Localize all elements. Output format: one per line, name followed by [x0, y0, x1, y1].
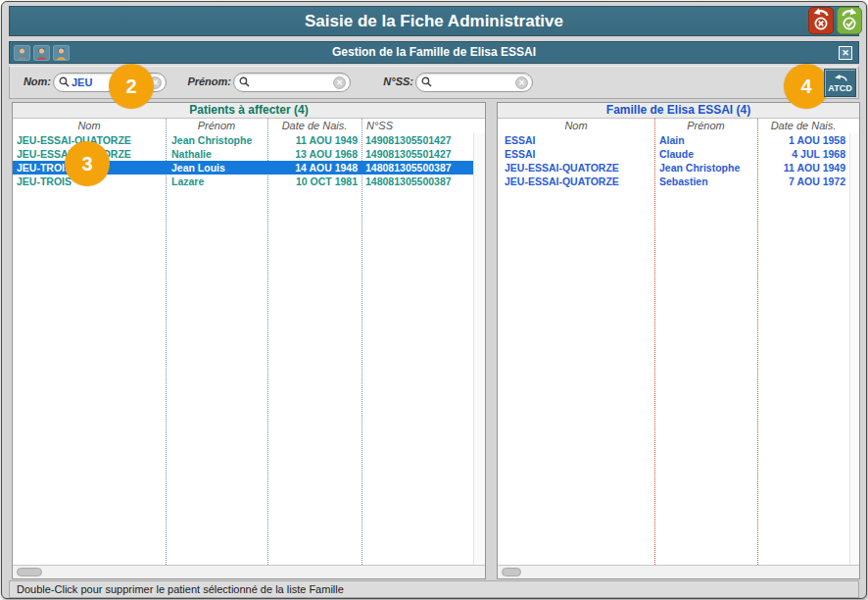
- annotation-step-2: 2: [109, 64, 154, 109]
- table-cell: 7 AOU 1972: [757, 175, 849, 188]
- table-cell: 149081305501427: [362, 147, 473, 161]
- annotation-step-4: 4: [784, 64, 829, 109]
- close-icon[interactable]: ✕: [839, 46, 852, 60]
- patients-horizontal-scrollbar[interactable]: [13, 565, 485, 578]
- column-header-prenom[interactable]: Prénom: [166, 119, 267, 133]
- nss-search-field[interactable]: ✕: [415, 73, 533, 92]
- table-row[interactable]: JEU-ESSAI-QUATORZESebastien7 AOU 1972: [498, 175, 849, 188]
- atcd-button[interactable]: ATCD: [824, 69, 856, 97]
- main-title-bar: Saisie de la Fiche Administrative: [9, 6, 859, 36]
- family-column-headers: Nom Prénom Date de Nais.: [498, 119, 849, 133]
- column-header-nom[interactable]: Nom: [13, 119, 166, 133]
- table-cell: ESSAI: [498, 133, 654, 147]
- scrollbar-thumb[interactable]: [17, 568, 42, 576]
- clear-nss-icon[interactable]: ✕: [515, 76, 528, 89]
- table-cell: 148081305500387: [362, 175, 473, 188]
- column-header-prenom[interactable]: Prénom: [654, 119, 757, 133]
- nom-label: Nom:: [16, 75, 51, 87]
- table-cell: Jean Louis: [166, 161, 267, 175]
- table-cell: 14 AOU 1948: [267, 161, 362, 175]
- column-header-date[interactable]: Date de Nais.: [757, 119, 849, 133]
- status-bar: Double-Click pour supprimer le patient s…: [9, 580, 859, 598]
- prenom-label: Prénom:: [178, 75, 231, 87]
- nss-label: N°SS:: [376, 75, 413, 87]
- application-window: Saisie de la Fiche Administrative: [1, 1, 867, 599]
- prenom-search-input[interactable]: [250, 76, 333, 88]
- table-cell: 1 AOU 1958: [757, 133, 849, 147]
- table-cell: Lazare: [166, 175, 267, 188]
- status-text: Double-Click pour supprimer le patient s…: [17, 583, 344, 595]
- search-icon: [59, 74, 70, 91]
- table-cell: Sebastien: [654, 175, 757, 188]
- table-cell: JEU-ESSAI-QUATORZE: [498, 175, 654, 188]
- dialog-title: Gestion de la Famille de Elisa ESSAI: [10, 42, 858, 63]
- search-icon: [239, 74, 250, 91]
- table-cell: 11 AOU 1949: [757, 161, 849, 175]
- table-row[interactable]: ESSAIAlain1 AOU 1958: [498, 133, 849, 147]
- nss-search-input[interactable]: [432, 76, 515, 88]
- search-icon: [421, 74, 432, 91]
- table-cell: 149081305501427: [362, 133, 473, 147]
- table-row[interactable]: ESSAIClaude4 JUL 1968: [498, 147, 849, 161]
- table-cell: 148081305500387: [362, 161, 473, 175]
- patients-column-headers: Nom Prénom Date de Nais. N°SS: [13, 119, 473, 133]
- table-cell: Claude: [654, 147, 757, 161]
- table-cell: 13 AOU 1968: [267, 147, 362, 161]
- table-cell: ESSAI: [498, 147, 654, 161]
- dialog-title-bar: Gestion de la Famille de Elisa ESSAI ✕: [9, 41, 859, 64]
- table-cell: Jean Christophe: [166, 133, 267, 147]
- undo-cross-icon: [810, 6, 832, 35]
- family-table-body: ESSAIAlain1 AOU 1958ESSAIClaude4 JUL 196…: [498, 133, 859, 188]
- annotation-step-3: 3: [65, 141, 110, 186]
- cancel-button[interactable]: [808, 7, 834, 34]
- patients-panel-title: Patients à affecter (4): [13, 103, 485, 119]
- family-horizontal-scrollbar[interactable]: [498, 565, 859, 578]
- scrollbar-thumb[interactable]: [502, 568, 521, 576]
- validate-button[interactable]: [837, 7, 862, 34]
- table-cell: Jean Christophe: [654, 161, 757, 175]
- clear-prenom-icon[interactable]: ✕: [333, 76, 346, 89]
- column-header-nss[interactable]: N°SS: [362, 119, 473, 133]
- table-cell: JEU-ESSAI-QUATORZE: [498, 161, 654, 175]
- prenom-search-field[interactable]: ✕: [233, 73, 351, 92]
- atcd-button-label: ATCD: [828, 83, 851, 93]
- table-cell: 4 JUL 1968: [757, 147, 849, 161]
- back-arrow-icon: [834, 74, 847, 83]
- family-vertical-scrollbar[interactable]: [849, 133, 859, 565]
- table-cell: Alain: [654, 133, 757, 147]
- table-cell: 10 OCT 1981: [267, 175, 362, 188]
- family-panel: Famille de Elisa ESSAI (4) Nom Prénom Da…: [497, 102, 860, 579]
- column-header-date[interactable]: Date de Nais.: [267, 119, 362, 133]
- redo-check-icon: [839, 6, 860, 35]
- table-row[interactable]: JEU-ESSAI-QUATORZEJean Christophe11 AOU …: [498, 161, 849, 175]
- column-header-nom[interactable]: Nom: [498, 119, 654, 133]
- table-cell: Nathalie: [166, 147, 267, 161]
- family-grid: Nom Prénom Date de Nais. ESSAIAlain1 AOU…: [498, 119, 859, 565]
- table-cell: 11 AOU 1949: [267, 133, 362, 147]
- patients-vertical-scrollbar[interactable]: [473, 133, 485, 565]
- page-title: Saisie de la Fiche Administrative: [10, 7, 858, 35]
